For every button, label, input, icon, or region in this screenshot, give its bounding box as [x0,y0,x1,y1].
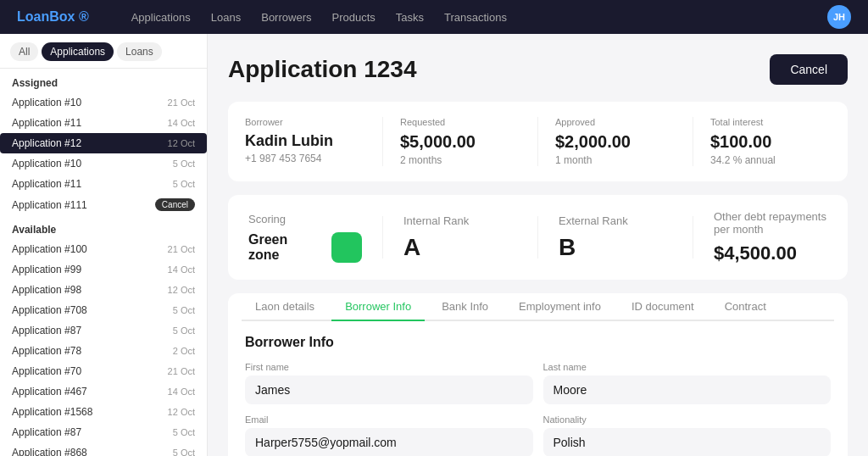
main-content: Application 1234 Cancel Borrower Kadin L… [208,34,868,456]
debt-value: $4,500.00 [714,242,827,264]
cancel-button[interactable]: Cancel [770,54,848,85]
sidebar-item-app-99[interactable]: Application #99 14 Oct [0,259,207,280]
page-title: Application 1234 [228,56,417,83]
tabs-container: Laon details Borrower Info Bank Info Emp… [228,293,848,321]
detail-tabs: Laon details Borrower Info Bank Info Emp… [242,293,834,321]
available-section-label: Available [0,215,207,239]
email-group: Email [245,414,533,456]
sidebar-item-app-87-1[interactable]: Application #87 5 Oct [0,320,207,341]
borrower-label: Borrower [245,117,365,127]
internal-rank-value: A [403,234,517,261]
nav-transactions[interactable]: Transactions [444,11,507,24]
sidebar-item-app-708[interactable]: Application #708 5 Oct [0,300,207,320]
email-input[interactable] [245,428,533,456]
scoring-label: Scoring [248,213,362,225]
sidebar-item-app-98[interactable]: Application #98 12 Oct [0,280,207,300]
last-name-input[interactable] [543,375,832,404]
external-rank-label: External Rank [559,214,672,227]
sidebar-item-app-70[interactable]: Application #70 21 Oct [0,361,207,381]
requested-amount: $5,000.00 [400,132,520,152]
sidebar-tab-all[interactable]: All [10,42,38,61]
first-name-input[interactable] [245,375,533,404]
internal-rank-section: Internal Rank A [403,214,517,261]
approved-amount: $2,000.00 [555,132,676,152]
scoring-zone: Green zone [248,232,321,263]
sidebar-item-app-467[interactable]: Application #467 14 Oct [0,381,207,402]
tab-borrower-info[interactable]: Borrower Info [331,293,425,321]
nav-tasks[interactable]: Tasks [396,11,424,24]
borrower-info-section: Borrower Info First name Last name Email [228,321,848,456]
scoring-content: Green zone [248,232,362,263]
nav-borrowers[interactable]: Borrowers [261,11,311,24]
borrower-form: First name Last name Email Nationality [245,362,831,456]
borrower-name: Kadin Lubin [245,132,365,150]
brand-logo: LoanBox ® [17,9,89,25]
sidebar-item-app-100[interactable]: Application #100 21 Oct [0,239,207,259]
sidebar-item-app-78[interactable]: Application #78 2 Oct [0,341,207,361]
sidebar-item-app-1568[interactable]: Application #1568 12 Oct [0,402,207,422]
tab-id-document[interactable]: ID document [618,293,708,321]
requested-term: 2 months [400,154,520,166]
sidebar-tab-applications[interactable]: Applications [42,42,114,61]
scoring-section: Scoring Green zone [248,213,362,263]
total-interest-amount: $100.00 [710,132,831,152]
sidebar-item-app-12[interactable]: Application #12 12 Oct [0,133,207,153]
scoring-divider-1 [382,216,383,259]
debt-label: Other debt repayments per month [714,210,827,236]
borrower-field: Borrower Kadin Lubin +1 987 453 7654 [245,117,383,166]
sidebar-item-app-868[interactable]: Application #868 5 Oct [0,442,207,456]
user-avatar[interactable]: JH [827,5,851,29]
last-name-label: Last name [543,362,832,372]
top-navigation: LoanBox ® Applications Loans Borrowers P… [0,0,868,34]
nav-products[interactable]: Products [331,11,375,24]
sidebar: All Applications Loans Assigned Applicat… [0,34,208,456]
tab-contract[interactable]: Contract [711,293,780,321]
sidebar-item-app-10-2[interactable]: Application #10 5 Oct [0,153,207,174]
total-interest-field: Total interest $100.00 34.2 % annual [710,117,831,166]
borrower-info-title: Borrower Info [245,335,831,350]
requested-label: Requested [400,117,520,127]
approved-field: Approved $2,000.00 1 month [555,117,693,166]
sidebar-item-app-11-2[interactable]: Application #11 5 Oct [0,174,207,194]
approved-term: 1 month [555,154,676,166]
tab-bank-info[interactable]: Bank Info [428,293,502,321]
nationality-label: Nationality [543,414,832,425]
sidebar-item-app-111[interactable]: Application #111 Cancel [0,194,207,215]
tab-employment-info[interactable]: Employment info [505,293,615,321]
main-header: Application 1234 Cancel [228,54,848,85]
first-name-label: First name [245,362,533,372]
total-interest-rate: 34.2 % annual [710,154,831,166]
first-name-group: First name [245,362,533,404]
sidebar-tab-loans[interactable]: Loans [117,42,162,61]
internal-rank-label: Internal Rank [403,214,517,227]
nav-applications[interactable]: Applications [131,11,191,24]
green-zone-indicator [331,232,362,263]
scoring-divider-3 [693,216,693,259]
nav-loans[interactable]: Loans [211,11,241,24]
summary-card: Borrower Kadin Lubin +1 987 453 7654 Req… [228,102,848,181]
last-name-group: Last name [543,362,832,404]
assigned-section-label: Assigned [0,69,207,92]
scoring-divider-2 [537,216,538,259]
nav-links: Applications Loans Borrowers Products Ta… [131,11,802,24]
external-rank-value: B [559,234,672,261]
nationality-input[interactable] [543,428,832,456]
content-card: Laon details Borrower Info Bank Info Emp… [228,293,848,456]
requested-field: Requested $5,000.00 2 months [400,117,538,166]
external-rank-section: External Rank B [559,214,672,261]
sidebar-tabs: All Applications Loans [0,34,207,69]
total-interest-label: Total interest [710,117,831,127]
sidebar-item-app-87-2[interactable]: Application #87 5 Oct [0,422,207,442]
main-layout: All Applications Loans Assigned Applicat… [0,34,868,456]
sidebar-item-app-10-1[interactable]: Application #10 21 Oct [0,92,207,113]
scoring-card: Scoring Green zone Internal Rank A Exter… [228,195,848,280]
email-label: Email [245,414,533,425]
tab-loan-details[interactable]: Laon details [242,293,328,321]
debt-section: Other debt repayments per month $4,500.0… [714,210,827,264]
nationality-group: Nationality [543,414,832,456]
approved-label: Approved [555,117,676,127]
sidebar-item-app-11-1[interactable]: Application #11 14 Oct [0,113,207,133]
borrower-phone: +1 987 453 7654 [245,153,365,164]
